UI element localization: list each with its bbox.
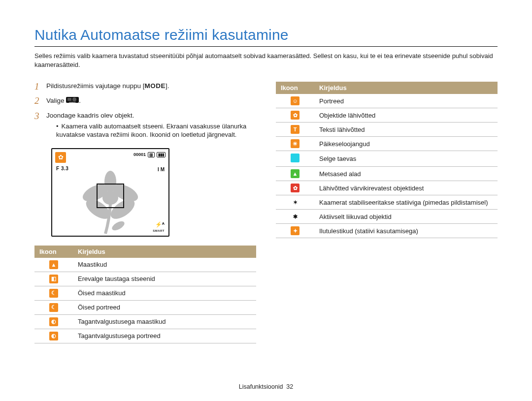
svg-rect-1 <box>67 98 71 101</box>
table-row: TTeksti lähivõtted <box>276 123 498 137</box>
scene-icon: ◐ <box>49 332 58 340</box>
table-row: ☾Öised portreed <box>34 300 256 314</box>
scene-icon: ✿ <box>291 111 299 120</box>
desc-cell: Selge taevas <box>314 151 498 167</box>
desc-cell: Maastikud <box>73 258 256 272</box>
table-row: ☾Öised maastikud <box>34 286 256 300</box>
icon-cell: ◐ <box>34 314 73 329</box>
step-1: 1 Pildistusrežiimis vajutage nuppu [MODE… <box>34 82 256 91</box>
mode-button-label: MODE <box>145 82 166 90</box>
footer-page: 32 <box>286 383 293 390</box>
camera-screen-mock: ✿ F 3.3 00001 ▥ ▮▮▮ I M ⚡ᴬSMART <box>51 148 169 237</box>
size-indicator: I M <box>158 167 165 172</box>
desc-cell: Tagantvalgustusega portreed <box>73 329 256 343</box>
table-row: ▲Maastikud <box>34 258 256 272</box>
icon-cell: ☾ <box>34 300 73 314</box>
icon-cell: ▲ <box>276 167 314 181</box>
desc-cell: Öised maastikud <box>73 286 256 300</box>
icon-cell: ✦ <box>276 224 314 238</box>
smart-auto-icon: SMART <box>66 96 79 106</box>
table-row: ▲Metsased alad <box>276 167 498 181</box>
table-row: ✿Lähivõtted värvikirevatest objektidest <box>276 181 498 195</box>
table-row: ☺Portreed <box>276 94 498 108</box>
aperture-label: F 3.3 <box>56 166 68 171</box>
step-2: 2 Valige SMART . <box>34 96 256 106</box>
icon-cell: ✿ <box>276 181 314 195</box>
frame-counter: 00001 <box>133 152 146 157</box>
icon-table-right: Ikoon Kirjeldus ☺Portreed✿Objektide lähi… <box>276 82 498 238</box>
table-row: ✱Aktiivselt liikuvad objektid <box>276 210 498 224</box>
card-icon: ▥ <box>148 152 155 157</box>
battery-icon: ▮▮▮ <box>157 152 166 157</box>
table-row: Selge taevas <box>276 151 498 167</box>
svg-point-2 <box>72 97 76 101</box>
icon-cell <box>276 151 314 167</box>
icon-cell: ◧ <box>34 272 73 286</box>
desc-cell: Portreed <box>314 94 498 108</box>
col-icon: Ikoon <box>34 246 73 258</box>
desc-cell: Objektide lähivõtted <box>314 108 498 123</box>
desc-cell: Öised portreed <box>73 300 256 314</box>
icon-cell: ☾ <box>34 286 73 300</box>
desc-cell: Päikeseloojangud <box>314 137 498 151</box>
scene-icon: ◐ <box>49 317 58 326</box>
icon-cell: T <box>276 123 314 137</box>
table-row: ✦Ilutulestikud (statiivi kasutamisega) <box>276 224 498 238</box>
two-columns: 1 Pildistusrežiimis vajutage nuppu [MODE… <box>34 82 498 347</box>
scene-icon: ✶ <box>291 198 299 207</box>
scene-icon: ✦ <box>291 226 299 235</box>
desc-cell: Aktiivselt liikuvad objektid <box>314 210 498 224</box>
scene-icon: ▲ <box>49 260 58 269</box>
step-3: 3 Joondage kaadris olev objekt. Kaamera … <box>34 111 256 139</box>
scene-icon: ☺ <box>291 96 299 105</box>
table-row: ✶Kaamerat stabiliseeritakse statiiviga (… <box>276 195 498 210</box>
step-number: 3 <box>34 111 46 121</box>
left-column: 1 Pildistusrežiimis vajutage nuppu [MODE… <box>34 82 256 347</box>
svg-point-10 <box>110 219 126 232</box>
scene-icon: ◧ <box>49 275 58 283</box>
title-rule <box>34 46 498 47</box>
icon-cell: ✶ <box>276 195 314 210</box>
desc-cell: Ilutulestikud (statiivi kasutamisega) <box>314 224 498 238</box>
table-row: ✿Objektide lähivõtted <box>276 108 498 123</box>
table-row: ☀Päikeseloojangud <box>276 137 498 151</box>
screen-top-status: 00001 ▥ ▮▮▮ <box>133 152 166 157</box>
table-row: ◐Tagantvalgustusega portreed <box>34 329 256 343</box>
icon-table-left: Ikoon Kirjeldus ▲Maastikud◧Erevalge taus… <box>34 246 256 343</box>
step3-sub: Kaamera valib automaatselt stseeni. Ekra… <box>56 123 256 139</box>
col-icon: Ikoon <box>276 82 314 94</box>
step-text: Pildistusrežiimis vajutage nuppu [MODE]. <box>46 82 169 91</box>
scene-icon: ☾ <box>49 303 58 312</box>
scene-icon <box>291 154 299 162</box>
table-row: ◐Tagantvalgustusega maastikud <box>34 314 256 329</box>
step-text: Joondage kaadris olev objekt. Kaamera va… <box>46 111 256 139</box>
footer-section: Lisafunktsioonid <box>239 383 283 390</box>
page-title: Nutika Automaatse režiimi kasutamine <box>34 27 498 43</box>
steps: 1 Pildistusrežiimis vajutage nuppu [MODE… <box>34 82 256 139</box>
page-footer: Lisafunktsioonid 32 <box>0 383 532 390</box>
desc-cell: Teksti lähivõtted <box>314 123 498 137</box>
step-number: 1 <box>34 82 46 91</box>
step1-pre: Pildistusrežiimis vajutage nuppu [ <box>46 82 145 90</box>
focus-frame <box>97 184 124 208</box>
desc-cell: Lähivõtted värvikirevatest objektidest <box>314 181 498 195</box>
desc-cell: Metsased alad <box>314 167 498 181</box>
macro-icon: ✿ <box>55 152 66 163</box>
intro-text: Selles režiimis valib kaamera tuvastatud… <box>34 52 498 69</box>
step1-post: ]. <box>166 82 169 90</box>
desc-cell: Erevalge taustaga stseenid <box>73 272 256 286</box>
icon-cell: ✱ <box>276 210 314 224</box>
scene-icon: ▲ <box>291 169 299 178</box>
icon-cell: ☺ <box>276 94 314 108</box>
step-number: 2 <box>34 96 46 105</box>
flash-auto-icon: ⚡ᴬSMART <box>153 222 165 233</box>
desc-cell: Kaamerat stabiliseeritakse statiiviga (p… <box>314 195 498 210</box>
table-row: ◧Erevalge taustaga stseenid <box>34 272 256 286</box>
icon-cell: ✿ <box>276 108 314 123</box>
step3-text: Joondage kaadris olev objekt. <box>46 112 134 119</box>
svg-text:SMART: SMART <box>69 101 76 104</box>
scene-icon: ✱ <box>291 212 299 221</box>
icon-cell: ▲ <box>34 258 73 272</box>
icon-cell: ◐ <box>34 329 73 343</box>
desc-cell: Tagantvalgustusega maastikud <box>73 314 256 329</box>
